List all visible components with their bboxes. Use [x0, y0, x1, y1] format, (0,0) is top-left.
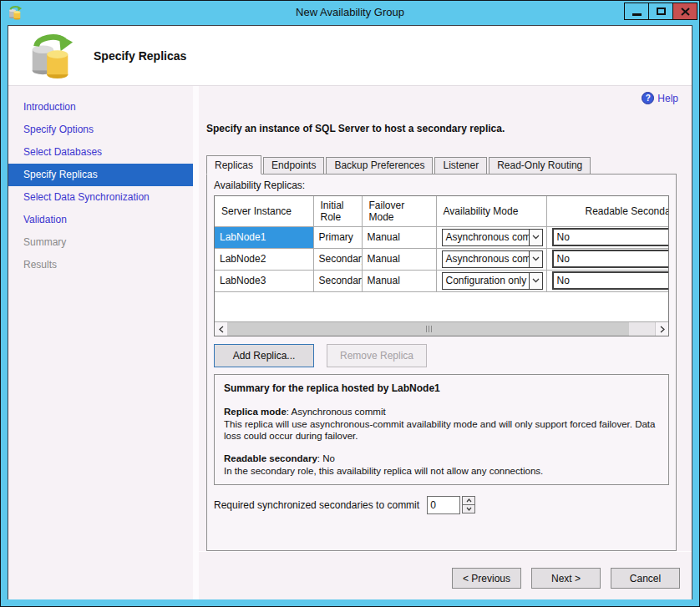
tab-listener[interactable]: Listener: [434, 157, 487, 174]
remove-replica-button: Remove Replica: [327, 344, 427, 367]
tab-read-only-routing[interactable]: Read-Only Routing: [489, 157, 591, 174]
database-replica-icon: [27, 32, 75, 80]
replica-row-labnode3: LabNode3 Secondary Manual Configuration …: [215, 270, 669, 291]
grip-icon: [426, 326, 427, 332]
cell-availability-mode: Configuration only: [436, 270, 546, 291]
cell-initial-role[interactable]: Secondary: [313, 248, 362, 270]
cell-failover-mode[interactable]: Manual: [362, 270, 436, 291]
sidebar-item-specify-replicas[interactable]: Specify Replicas: [8, 164, 193, 186]
cell-server-instance[interactable]: LabNode2: [215, 248, 313, 270]
replica-row-labnode2: LabNode2 Secondary Manual Asynchronous c…: [215, 248, 669, 270]
cell-failover-mode[interactable]: Manual: [362, 248, 436, 270]
summary-replica-mode-description: This replica will use asynchronous-commi…: [224, 418, 659, 443]
scroll-left-button[interactable]: [215, 322, 228, 336]
cell-failover-mode[interactable]: Manual: [362, 226, 436, 248]
sidebar-item-introduction[interactable]: Introduction: [8, 96, 193, 119]
sidebar-item-validation[interactable]: Validation: [8, 209, 193, 231]
sidebar-item-summary: Summary: [8, 231, 193, 254]
spin-down-button[interactable]: [462, 504, 475, 513]
availability-mode-dropdown[interactable]: Asynchronous commit: [442, 229, 543, 246]
wizard-header: Specify Replicas: [8, 26, 692, 86]
horizontal-scrollbar: [215, 321, 668, 336]
chevron-right-icon: [660, 326, 665, 333]
new-availability-group-window: New Availability Group Specify Replicas …: [0, 0, 700, 607]
availability-mode-dropdown[interactable]: Asynchronous commit: [442, 250, 543, 268]
wizard-footer: < Previous Next > Cancel: [199, 551, 692, 599]
column-header-failover-mode: Failover Mode: [362, 196, 436, 226]
add-replica-button[interactable]: Add Replica...: [214, 344, 314, 367]
titlebar: New Availability Group: [1, 1, 699, 25]
grid-empty-area: [215, 292, 668, 322]
availability-replicas-grid: Server Instance Initial Role Failover Mo…: [214, 195, 669, 336]
column-header-availability-mode: Availability Mode: [436, 196, 546, 226]
cell-availability-mode: Asynchronous commit: [436, 226, 546, 248]
availability-mode-dropdown[interactable]: Configuration only: [442, 272, 543, 290]
sidebar-item-select-databases[interactable]: Select Databases: [8, 141, 193, 164]
chevron-down-icon[interactable]: [529, 251, 542, 267]
sidebar-item-specify-options[interactable]: Specify Options: [8, 119, 193, 141]
chevron-down-icon[interactable]: [529, 230, 542, 245]
cell-readable-secondary: No: [546, 226, 669, 248]
close-button[interactable]: [672, 3, 697, 20]
grip-icon: [429, 326, 429, 332]
chevron-up-icon: [466, 498, 472, 503]
window-content: Specify Replicas Introduction Specify Op…: [8, 25, 692, 599]
cell-server-instance[interactable]: LabNode3: [215, 270, 313, 291]
required-secondaries-input[interactable]: [427, 496, 460, 514]
cell-initial-role[interactable]: Secondary: [313, 270, 362, 291]
sidebar-item-select-data-synchronization[interactable]: Select Data Synchronization: [8, 186, 193, 209]
cell-server-instance[interactable]: LabNode1: [215, 226, 313, 248]
summary-readable-secondary: Readable secondary: No In the secondary …: [224, 453, 659, 478]
required-secondaries-label: Required synchronized secondaries to com…: [214, 499, 419, 511]
cell-readable-secondary: No: [546, 270, 669, 291]
close-icon: [681, 8, 690, 16]
readable-secondary-dropdown[interactable]: No: [552, 250, 670, 268]
summary-readable-secondary-description: In the secondary role, this availability…: [224, 465, 659, 478]
help-icon: ?: [642, 92, 654, 104]
column-header-initial-role: Initial Role: [313, 196, 362, 226]
chevron-down-icon[interactable]: [529, 273, 542, 289]
sidebar-item-results: Results: [8, 254, 193, 276]
tab-replicas[interactable]: Replicas: [206, 155, 261, 175]
previous-button[interactable]: < Previous: [452, 568, 521, 589]
availability-replicas-label: Availability Replicas:: [214, 180, 669, 191]
summary-title: Summary for the replica hosted by LabNod…: [224, 382, 659, 396]
instruction-text: Specify an instance of SQL Server to hos…: [206, 123, 692, 134]
column-header-readable-secondary: Readable Secondary: [546, 196, 669, 226]
window-title: New Availability Group: [1, 6, 699, 18]
page-title: Specify Replicas: [94, 49, 186, 63]
tab-backup-preferences[interactable]: Backup Preferences: [326, 157, 433, 174]
minimize-icon: [632, 13, 642, 16]
replica-row-labnode1: LabNode1 Primary Manual Asynchronous com…: [215, 226, 669, 248]
readable-secondary-dropdown[interactable]: No: [552, 271, 670, 290]
summary-replica-mode: Replica mode: Asynchronous commit This r…: [224, 406, 659, 443]
cancel-button[interactable]: Cancel: [611, 568, 680, 589]
cell-initial-role[interactable]: Primary: [313, 226, 362, 248]
scrollbar-track[interactable]: [228, 322, 655, 336]
maximize-icon: [657, 8, 666, 15]
chevron-down-icon: [466, 507, 472, 511]
next-button[interactable]: Next >: [531, 568, 601, 589]
scrollbar-thumb[interactable]: [228, 322, 629, 336]
grip-icon: [431, 326, 432, 332]
cell-readable-secondary: No: [546, 248, 669, 270]
readable-secondary-dropdown[interactable]: No: [552, 228, 670, 246]
chevron-left-icon: [219, 326, 224, 333]
minimize-button[interactable]: [624, 3, 649, 20]
scroll-right-button[interactable]: [655, 322, 668, 336]
tab-endpoints[interactable]: Endpoints: [263, 157, 324, 174]
replicas-tab-panel: Availability Replicas: Server Instance I…: [206, 174, 677, 551]
maximize-button[interactable]: [648, 3, 673, 20]
required-secondaries-spinner: [427, 496, 475, 514]
tab-strip: Replicas Endpoints Backup Preferences Li…: [206, 154, 692, 174]
help-label: Help: [657, 93, 678, 104]
grid-header-row: Server Instance Initial Role Failover Mo…: [215, 196, 669, 226]
cell-availability-mode: Asynchronous commit: [436, 248, 546, 270]
main-pane: ? Help Specify an instance of SQL Server…: [199, 86, 692, 599]
column-header-server-instance: Server Instance: [215, 196, 313, 226]
replica-summary-box: Summary for the replica hosted by LabNod…: [214, 374, 669, 485]
help-link[interactable]: ? Help: [642, 92, 678, 104]
wizard-steps-sidebar: Introduction Specify Options Select Data…: [8, 86, 199, 599]
window-controls: [625, 3, 697, 20]
